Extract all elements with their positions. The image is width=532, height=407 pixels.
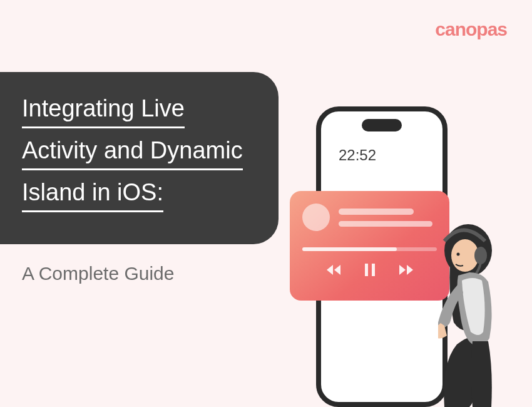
headphone-cup: [474, 247, 487, 264]
pause-icon: [361, 262, 379, 277]
media-controls: [302, 262, 437, 277]
eye: [457, 253, 460, 256]
widget-title-placeholder: [339, 209, 414, 215]
title-card: Integrating Live Activity and Dynamic Is…: [0, 72, 279, 244]
widget-avatar: [302, 204, 330, 231]
widget-text-lines: [339, 209, 437, 227]
dynamic-island: [362, 119, 402, 131]
widget-header: [302, 204, 437, 231]
title-line-3: Island in iOS:: [22, 179, 163, 212]
svg-rect-0: [365, 264, 368, 276]
title-line-2: Activity and Dynamic: [22, 137, 243, 170]
rewind-icon: [325, 262, 342, 277]
progress-bar: [302, 247, 437, 251]
title-line-1: Integrating Live: [22, 95, 185, 128]
forward-icon: [397, 262, 415, 277]
subtitle: A Complete Guide: [22, 263, 174, 284]
brand-logo: canopas: [435, 19, 507, 40]
phone-time: 22:52: [339, 147, 376, 164]
live-activity-widget: [290, 191, 449, 301]
person-skirt-left: [444, 337, 476, 407]
widget-subtitle-placeholder: [339, 221, 432, 227]
person-skirt: [471, 341, 492, 407]
person-illustration: [438, 213, 532, 407]
progress-fill: [302, 247, 397, 251]
svg-rect-1: [372, 264, 375, 276]
